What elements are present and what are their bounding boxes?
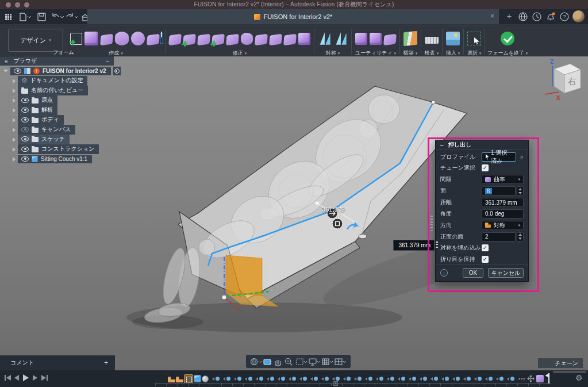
expand-arrow-icon[interactable] (13, 108, 16, 113)
crease-icon[interactable] (298, 33, 310, 45)
box-icon[interactable] (84, 32, 98, 45)
timeline-point-feature-icon[interactable] (440, 375, 451, 382)
front-faces-stepper[interactable] (517, 232, 524, 242)
embed-symmetry-checkbox[interactable]: ✓ (482, 244, 489, 251)
sphere-icon[interactable] (131, 32, 145, 45)
expand-arrow-icon[interactable] (13, 128, 16, 132)
timeline-point-feature-icon[interactable] (244, 375, 255, 382)
timeline-scrollbar[interactable] (553, 371, 586, 373)
visibility-eye-off-icon[interactable] (21, 127, 29, 132)
timeline-settings-gear-icon[interactable]: ⚙ (575, 373, 583, 382)
face-icon[interactable] (147, 33, 160, 45)
browser-root-row[interactable]: ! FUISON for Interior2 v2 (3, 67, 121, 75)
merge-edge-icon[interactable] (226, 33, 239, 45)
chain-select-checkbox[interactable]: ✓ (482, 164, 489, 171)
file-menu-icon[interactable] (20, 13, 31, 21)
timeline-sketch-feature-selected[interactable] (184, 374, 193, 384)
go-to-start-icon[interactable] (5, 375, 11, 381)
angle-input[interactable]: 0.0 deg (482, 209, 524, 219)
dimension-input-grip[interactable] (436, 242, 438, 249)
timeline-ruler[interactable] (155, 383, 551, 386)
timeline-point-feature-icon[interactable] (364, 375, 375, 382)
insert-point-icon[interactable] (212, 33, 225, 45)
expand-arrow-icon[interactable] (13, 79, 16, 83)
expand-arrow-icon[interactable] (13, 157, 16, 162)
timeline-point-feature-icon[interactable] (473, 375, 484, 382)
go-to-end-icon[interactable] (41, 375, 48, 381)
expand-arrow-icon[interactable] (13, 147, 16, 152)
user-avatar[interactable] (572, 10, 585, 22)
visibility-eye-icon[interactable] (21, 98, 29, 103)
convert-icon[interactable] (355, 33, 367, 45)
close-window-button[interactable] (6, 2, 11, 7)
browser-row-sitting-couch[interactable]: Sitting Couch v1:1 (13, 155, 121, 163)
clear-selection-icon[interactable]: × (520, 154, 524, 160)
insert-image-icon[interactable] (446, 32, 460, 45)
browser-row-document-settings[interactable]: ⚙ ドキュメントの設定 (13, 76, 121, 85)
expand-arrow-icon[interactable] (13, 137, 16, 142)
minimize-window-button[interactable] (15, 2, 20, 7)
repair-body-icon[interactable] (370, 33, 382, 45)
pan-tool-icon[interactable] (275, 360, 281, 366)
insert-edge-icon[interactable] (183, 33, 196, 45)
extrude-tool-selected[interactable] (160, 33, 163, 44)
titlebar-right-icons[interactable]: ? (517, 11, 570, 22)
redo-icon[interactable] (67, 13, 78, 18)
minimize-panel-icon[interactable]: − (106, 58, 109, 64)
enable-better-display-icon[interactable] (383, 33, 397, 45)
timeline-point-feature-icon[interactable] (506, 375, 517, 382)
timeline-point-feature-icon[interactable] (342, 375, 353, 382)
help-icon[interactable]: ? (560, 13, 568, 21)
subdivide-icon[interactable] (197, 33, 210, 45)
viewports-icon[interactable] (335, 359, 346, 365)
measure-icon[interactable] (425, 37, 439, 44)
browser-row-analysis[interactable]: 解析 (13, 106, 121, 114)
dialog-resize-grip[interactable] (431, 216, 433, 231)
notifications-bell-icon[interactable] (548, 13, 555, 21)
timeline-point-feature-icon[interactable] (276, 375, 287, 382)
construction-plane-icon[interactable] (403, 31, 417, 47)
timeline-point-feature-icon[interactable] (429, 375, 440, 382)
orbit-tool-icon[interactable] (251, 358, 262, 365)
quick-access-toolbar[interactable] (2, 11, 89, 22)
browser-row-canvases[interactable]: キャンバス (13, 125, 121, 134)
timeline-overflow-ellipsis[interactable]: ••• (518, 376, 525, 382)
timeline-point-feature-icon[interactable] (408, 375, 418, 382)
select-tool-icon[interactable] (467, 32, 481, 45)
document-tab[interactable]: FUISON for Interior2 v2* × (87, 9, 499, 24)
timeline-point-feature-icon[interactable] (462, 375, 473, 382)
close-tab-icon[interactable]: × (490, 12, 494, 20)
timeline-move-feature-icon[interactable] (527, 375, 535, 382)
timeline-body-feature-icon[interactable] (194, 375, 201, 382)
timeline-point-feature-icon[interactable] (287, 375, 298, 382)
timeline-point-feature-icon[interactable] (320, 375, 331, 382)
cancel-button[interactable]: キャンセル (488, 268, 524, 278)
mirror-internal-icon[interactable] (318, 32, 332, 45)
look-at-tool-icon[interactable] (264, 359, 271, 365)
step-back-icon[interactable] (14, 375, 19, 381)
timeline-scale-marker[interactable]: + (333, 381, 338, 386)
collapse-dialog-icon[interactable]: − (440, 142, 444, 148)
grid-display-icon[interactable] (322, 359, 333, 365)
viewcube-face-label[interactable]: 右 (568, 76, 576, 86)
new-tab-button[interactable]: + (504, 11, 515, 21)
visibility-eye-icon[interactable] (21, 117, 29, 122)
browser-row-construction[interactable]: コンストラクション (13, 145, 121, 154)
create-sketch-icon[interactable] (70, 33, 82, 45)
job-status-icon[interactable] (533, 13, 541, 21)
visibility-eye-icon[interactable] (21, 147, 29, 152)
timeline-point-feature-icon[interactable] (386, 375, 397, 382)
timeline-point-feature-icon[interactable] (495, 375, 506, 382)
comments-panel[interactable]: コメント + (0, 355, 115, 370)
browser-row-origin[interactable]: 原点 (13, 96, 121, 105)
play-icon[interactable] (23, 374, 29, 381)
dialog-header[interactable]: − 押し出し (436, 140, 528, 150)
circular-internal-icon[interactable] (334, 32, 348, 45)
view-cube[interactable]: 右 Z X (541, 58, 587, 102)
app-grid-icon[interactable] (5, 14, 11, 20)
keep-crease-checkbox[interactable]: ✓ (482, 256, 489, 263)
finish-form-icon[interactable] (501, 32, 514, 45)
zoom-tool-icon[interactable] (286, 358, 293, 365)
edit-form-icon[interactable] (168, 33, 182, 45)
faces-stepper[interactable] (517, 186, 524, 196)
